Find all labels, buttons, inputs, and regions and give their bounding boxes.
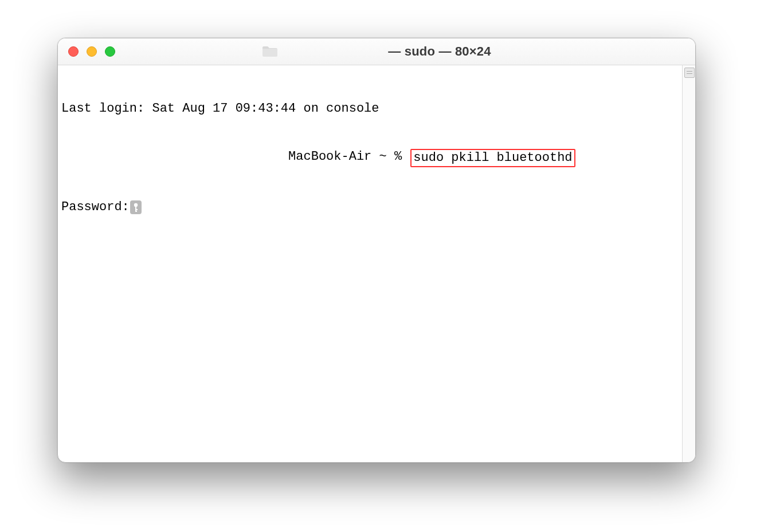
last-login-line: Last login: Sat Aug 17 09:43:44 on conso… — [61, 101, 679, 117]
prompt-line: MacBook-Air ~ % sudo pkill bluetoothd — [61, 149, 679, 167]
close-button[interactable] — [68, 46, 79, 57]
svg-rect-2 — [135, 209, 138, 210]
prompt-spacer — [61, 149, 288, 167]
window-controls — [58, 46, 115, 57]
scrollbar[interactable] — [682, 65, 695, 462]
minimize-button[interactable] — [87, 46, 97, 57]
prompt-host: MacBook-Air ~ % — [288, 149, 409, 167]
terminal-window: — sudo — 80×24 Last login: Sat Aug 17 09… — [57, 38, 696, 463]
svg-rect-3 — [135, 211, 137, 212]
password-label: Password: — [61, 199, 130, 215]
title-center: — sudo — 80×24 — [58, 44, 695, 59]
svg-rect-1 — [135, 206, 136, 211]
key-icon — [130, 200, 142, 214]
password-line: Password: — [61, 199, 679, 215]
folder-icon — [262, 45, 278, 58]
titlebar[interactable]: — sudo — 80×24 — [58, 38, 695, 65]
window-title: — sudo — 80×24 — [388, 44, 491, 59]
terminal-content[interactable]: Last login: Sat Aug 17 09:43:44 on conso… — [58, 65, 682, 462]
scrollbar-thumb[interactable] — [684, 68, 695, 78]
terminal-body[interactable]: Last login: Sat Aug 17 09:43:44 on conso… — [58, 65, 695, 462]
zoom-button[interactable] — [105, 46, 115, 57]
command-highlight: sudo pkill bluetoothd — [410, 149, 575, 167]
